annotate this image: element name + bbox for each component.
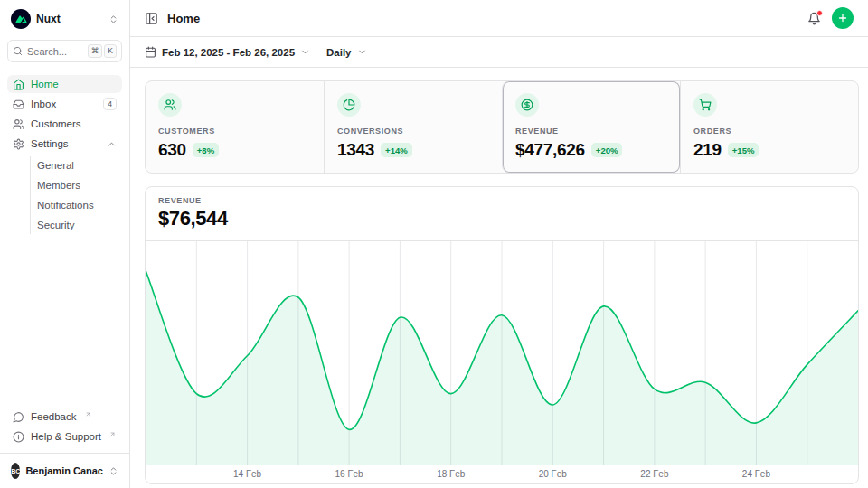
user-menu[interactable]: BC Benjamin Canac [7, 455, 122, 481]
plus-icon [837, 13, 848, 23]
user-name: Benjamin Canac [25, 465, 103, 476]
stat-delta-badge: +20% [591, 143, 623, 157]
help-support-link[interactable]: Help & Support [7, 427, 122, 446]
sidebar: Nuxt Search... ⌘ K Home Inbox 4 [0, 0, 130, 488]
stat-label: Conversions [337, 127, 489, 136]
sidebar-item-label: Inbox [31, 99, 56, 109]
sidebar-item-label: Home [31, 79, 59, 89]
users-icon [13, 118, 24, 130]
sidebar-item-notifications[interactable]: Notifications [32, 196, 122, 214]
stat-value: 219 [693, 140, 722, 160]
chevron-up-icon [107, 139, 117, 149]
svg-text:16 Feb: 16 Feb [335, 469, 364, 479]
chevron-down-icon [300, 47, 310, 57]
notification-dot [816, 10, 823, 16]
granularity-select[interactable]: Daily [326, 47, 367, 58]
main-panel: Home Feb 12, 2025 - Feb 26, 2025 Daily [130, 0, 868, 488]
date-range-value: Feb 12, 2025 - Feb 26, 2025 [162, 47, 295, 58]
search-shortcut: ⌘ K [88, 44, 117, 58]
avatar: BC [11, 463, 20, 479]
stat-card-customers[interactable]: Customers 630 +8% [146, 81, 324, 173]
sidebar-item-inbox[interactable]: Inbox 4 [7, 95, 122, 113]
stat-label: Orders [693, 127, 845, 136]
stat-delta-badge: +8% [193, 143, 219, 157]
pie-chart-icon [337, 93, 361, 117]
sidebar-item-settings[interactable]: Settings [7, 135, 122, 153]
feedback-link[interactable]: Feedback [7, 408, 122, 426]
add-button[interactable] [832, 7, 854, 29]
chevron-down-icon [357, 47, 367, 57]
stat-value: 630 [158, 140, 186, 160]
granularity-value: Daily [326, 47, 352, 58]
dollar-circle-icon [515, 93, 539, 117]
inbox-count-badge: 4 [103, 98, 117, 111]
stat-delta-badge: +15% [728, 143, 760, 157]
svg-text:24 Feb: 24 Feb [742, 469, 771, 479]
chevrons-up-down-icon [108, 466, 118, 476]
external-link-icon [109, 431, 116, 437]
workspace-name: Nuxt [36, 13, 61, 25]
svg-text:18 Feb: 18 Feb [437, 469, 466, 479]
page-header: Home [130, 0, 868, 37]
info-icon [13, 431, 24, 443]
stat-delta-badge: +14% [381, 143, 412, 157]
dashboard-content: Customers 630 +8% Conversions 1343 +14% [130, 68, 868, 484]
chart-metric-label: Revenue [158, 196, 845, 205]
gear-icon [13, 138, 24, 150]
stat-label: Revenue [515, 127, 667, 136]
revenue-area-chart[interactable]: 14 Feb16 Feb18 Feb20 Feb22 Feb24 Feb [146, 241, 858, 483]
kbd-cmd: ⌘ [88, 44, 103, 58]
svg-text:14 Feb: 14 Feb [233, 469, 262, 479]
workspace-switcher[interactable]: Nuxt [7, 7, 122, 31]
sidebar-item-members[interactable]: Members [32, 176, 122, 194]
message-circle-icon [13, 411, 24, 423]
kbd-k: K [104, 44, 117, 58]
chart-body: 14 Feb16 Feb18 Feb20 Feb22 Feb24 Feb [146, 241, 858, 483]
svg-text:22 Feb: 22 Feb [640, 469, 669, 479]
stat-card-conversions[interactable]: Conversions 1343 +14% [324, 81, 502, 173]
nuxt-logo-icon [11, 9, 31, 29]
chevrons-up-down-icon [108, 14, 118, 24]
search-placeholder: Search... [27, 46, 67, 57]
stats-grid: Customers 630 +8% Conversions 1343 +14% [145, 80, 859, 174]
notifications-button[interactable] [807, 12, 821, 25]
calendar-icon [145, 46, 156, 58]
sidebar-collapse-icon[interactable] [145, 12, 158, 25]
sidebar-footer: Feedback Help & Support BC Benjamin Cana… [7, 408, 122, 481]
sidebar-item-label: Customers [31, 118, 81, 129]
stat-card-revenue[interactable]: Revenue $477,626 +20% [502, 81, 680, 173]
stat-value: $477,626 [515, 140, 585, 160]
sidebar-item-general[interactable]: General [32, 156, 122, 174]
chart-header: Revenue $76,544 [146, 187, 858, 241]
help-support-label: Help & Support [31, 431, 101, 442]
stat-label: Customers [158, 127, 311, 136]
chart-metric-value: $76,544 [158, 207, 845, 230]
search-icon [13, 46, 23, 56]
sidebar-item-security[interactable]: Security [32, 216, 122, 234]
cart-icon [693, 93, 717, 117]
feedback-label: Feedback [31, 411, 77, 422]
revenue-chart-card: Revenue $76,544 14 Feb16 Feb18 Feb20 Feb… [145, 186, 859, 484]
stat-value: 1343 [337, 140, 374, 160]
date-range-picker[interactable]: Feb 12, 2025 - Feb 26, 2025 [145, 46, 310, 58]
settings-subnav: General Members Notifications Security [30, 156, 122, 234]
external-link-icon [85, 411, 91, 418]
sidebar-item-customers[interactable]: Customers [7, 115, 122, 133]
stat-card-orders[interactable]: Orders 219 +15% [680, 81, 858, 173]
house-icon [13, 79, 24, 90]
svg-text:20 Feb: 20 Feb [539, 469, 568, 479]
sidebar-nav: Home Inbox 4 Customers Settings Genera [7, 75, 122, 234]
inbox-icon [13, 99, 24, 110]
sidebar-item-home[interactable]: Home [7, 75, 122, 93]
filters-toolbar: Feb 12, 2025 - Feb 26, 2025 Daily [130, 37, 868, 68]
sidebar-item-label: Settings [31, 138, 69, 149]
page-title: Home [167, 12, 200, 25]
divider [0, 453, 129, 454]
users-icon [158, 93, 182, 117]
search-input[interactable]: Search... ⌘ K [7, 40, 122, 62]
